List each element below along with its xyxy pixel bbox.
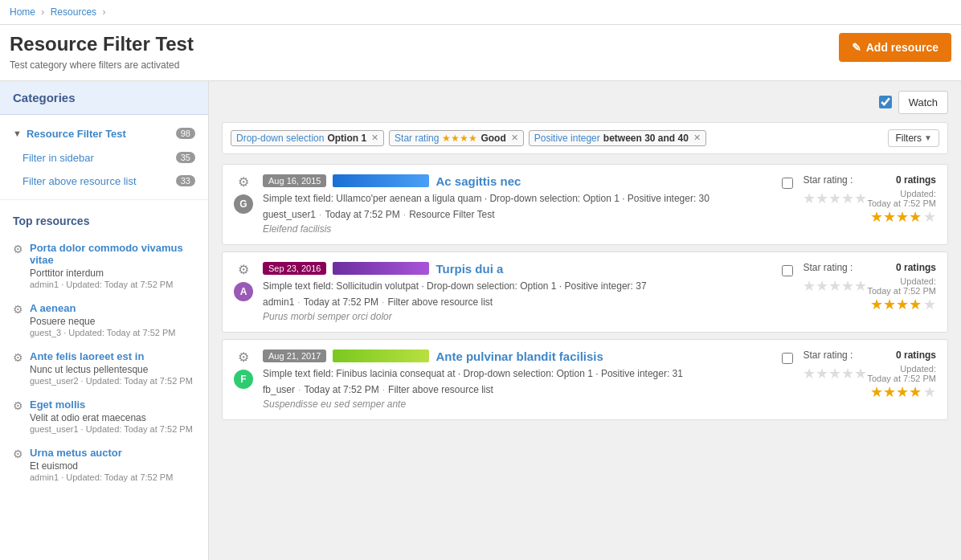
resource-title[interactable]: Turpis dui a	[436, 262, 503, 276]
filter-tag-integer: Positive integer between 30 and 40 ✕	[529, 130, 706, 146]
sidebar-section-title[interactable]: ▼ Resource Filter Test 98	[0, 121, 208, 146]
sidebar-section: ▼ Resource Filter Test 98 Filter in side…	[0, 115, 208, 200]
filter-tag-label-0: Drop-down selection	[236, 133, 324, 144]
filled-stars-display: ★★★★★	[870, 383, 936, 401]
resource-time: Today at 7:52 PM	[325, 209, 399, 220]
add-resource-icon: ✎	[852, 41, 861, 54]
top-resource-title: A aenean	[30, 302, 175, 314]
top-resource-subtitle: Velit at odio erat maecenas	[30, 412, 193, 423]
star-rating-label: Star rating :	[803, 174, 853, 186]
top-resource-item[interactable]: ⚙ Eget mollis Velit at odio erat maecena…	[0, 392, 208, 440]
top-resource-subtitle: Posuere neque	[30, 316, 175, 327]
resource-header-row: Aug 21, 2017 Ante pulvinar blandit facil…	[263, 349, 772, 363]
empty-stars: ★★★★★	[803, 365, 867, 382]
top-resource-subtitle: Et euismod	[30, 460, 173, 472]
sidebar-item-filter-sidebar[interactable]: Filter in sidebar 35	[0, 146, 208, 170]
resource-card: ⚙ A Sep 23, 2016 Turpis dui a Simple tex…	[222, 251, 948, 333]
top-resource-item[interactable]: ⚙ A aenean Posuere neque guest_3 · Updat…	[0, 296, 208, 344]
resource-user: guest_user1	[263, 209, 316, 220]
resource-date: Aug 16, 2015	[263, 174, 326, 187]
breadcrumb-home[interactable]: Home	[10, 6, 35, 18]
categories-header: Categories	[0, 81, 208, 115]
watch-button[interactable]: Watch	[898, 91, 948, 114]
top-resource-item[interactable]: ⚙ Urna metus auctor Et euismod admin1 · …	[0, 440, 208, 488]
gear-icon: ⚙	[13, 448, 23, 460]
top-resource-meta: guest_3 · Updated: Today at 7:52 PM	[30, 328, 175, 337]
add-resource-button[interactable]: ✎ Add resource	[839, 33, 951, 62]
section-count-badge: 98	[176, 128, 195, 139]
star-rating-label: Star rating :	[803, 262, 853, 273]
rating-count: 0 ratings	[896, 349, 936, 364]
top-resource-content: A aenean Posuere neque guest_3 · Updated…	[30, 302, 175, 337]
resource-title[interactable]: Ac sagittis nec	[436, 174, 521, 188]
top-resource-subtitle: Porttitor interdum	[30, 268, 195, 279]
rating-count: 0 ratings	[896, 262, 936, 276]
resource-checkbox-col	[782, 349, 793, 364]
filter-bar: Drop-down selection Option 1 ✕ Star rati…	[222, 122, 948, 154]
filters-label: Filters	[895, 133, 922, 144]
resource-color-bar	[333, 262, 429, 275]
page-title: Resource Filter Test	[10, 33, 194, 56]
resource-select-checkbox[interactable]	[782, 353, 793, 364]
filter-tag-remove-1[interactable]: ✕	[511, 133, 518, 143]
resource-category: Filter above resource list	[387, 296, 493, 308]
sidebar-item-label-1: Filter above resource list	[22, 175, 137, 187]
resource-select-checkbox[interactable]	[782, 178, 793, 189]
collapse-icon: ▼	[13, 129, 22, 138]
resource-card-left: ⚙ A	[234, 262, 253, 301]
avatar: F	[234, 370, 253, 389]
resource-time: Today at 7:52 PM	[304, 384, 378, 395]
filled-stars: ★★★★	[870, 208, 922, 226]
empty-stars: ★★★★★	[803, 277, 867, 295]
filter-tag-label-1: Star rating	[395, 133, 439, 144]
sidebar-item-count-1: 33	[176, 175, 195, 186]
filter-tag-remove-0[interactable]: ✕	[371, 133, 378, 143]
avatar: A	[234, 282, 253, 301]
resource-meta-row: fb_user · Today at 7:52 PM · Filter abov…	[263, 384, 772, 395]
watch-checkbox[interactable]	[879, 96, 892, 108]
resource-color-bar	[333, 349, 429, 362]
resource-user: fb_user	[263, 384, 295, 395]
sidebar-item-filter-above[interactable]: Filter above resource list 33	[0, 170, 208, 193]
resource-title[interactable]: Ante pulvinar blandit facilisis	[436, 349, 603, 363]
updated-label: Updated:	[867, 189, 936, 198]
gear-icon[interactable]: ⚙	[238, 174, 249, 190]
top-resource-meta: admin1 · Updated: Today at 7:52 PM	[30, 280, 195, 289]
resource-desc: Simple text field: Finibus lacinia conse…	[263, 366, 772, 381]
top-resource-item[interactable]: ⚙ Ante felis laoreet est in Nunc ut lect…	[0, 344, 208, 392]
filled-stars: ★★★★	[870, 383, 922, 401]
resource-color-bar	[333, 174, 429, 187]
resource-meta-row: guest_user1 · Today at 7:52 PM · Resourc…	[263, 209, 772, 220]
breadcrumb-resources[interactable]: Resources	[51, 6, 96, 18]
gear-icon[interactable]: ⚙	[238, 262, 249, 277]
filters-button[interactable]: Filters ▼	[888, 129, 939, 147]
resource-checkbox-col	[782, 262, 793, 276]
gear-icon[interactable]: ⚙	[238, 349, 249, 365]
filter-tag-remove-2[interactable]: ✕	[693, 133, 701, 143]
filled-stars: ★★★★	[870, 296, 922, 313]
sidebar-item-count-0: 35	[176, 152, 195, 163]
resource-header-row: Aug 16, 2015 Ac sagittis nec	[263, 174, 772, 188]
resource-category: Resource Filter Test	[409, 209, 494, 220]
main-layout: Categories ▼ Resource Filter Test 98 Fil…	[0, 81, 961, 560]
rating-updated: Updated: Today at 7:52 PM	[867, 364, 936, 383]
resource-main: Sep 23, 2016 Turpis dui a Simple text fi…	[263, 262, 772, 322]
resource-checkbox-col	[782, 174, 793, 189]
filter-tag-label-2: Positive integer	[534, 133, 600, 144]
resource-select-checkbox[interactable]	[782, 265, 793, 276]
resource-desc: Simple text field: Sollicitudin volutpat…	[263, 279, 772, 293]
top-resource-content: Eget mollis Velit at odio erat maecenas …	[30, 399, 193, 434]
gear-icon: ⚙	[13, 303, 23, 316]
top-resource-item[interactable]: ⚙ Porta dolor commodo vivamus vitae Port…	[0, 235, 208, 296]
top-resource-content: Urna metus auctor Et euismod admin1 · Up…	[30, 447, 173, 482]
top-resource-content: Porta dolor commodo vivamus vitae Portti…	[30, 242, 195, 289]
page-title-block: Resource Filter Test Test category where…	[10, 33, 194, 71]
top-resource-meta: guest_user2 · Updated: Today at 7:52 PM	[30, 376, 193, 386]
top-resource-content: Ante felis laoreet est in Nunc ut lectus…	[30, 350, 193, 386]
rating-updated: Updated: Today at 7:52 PM	[867, 276, 936, 296]
resource-list: ⚙ G Aug 16, 2015 Ac sagittis nec Simple …	[222, 164, 948, 427]
updated-time: Today at 7:52 PM	[867, 286, 936, 296]
rating-updated: Updated: Today at 7:52 PM	[867, 189, 936, 208]
add-resource-label: Add resource	[866, 41, 939, 54]
top-resource-title: Ante felis laoreet est in	[30, 350, 193, 362]
